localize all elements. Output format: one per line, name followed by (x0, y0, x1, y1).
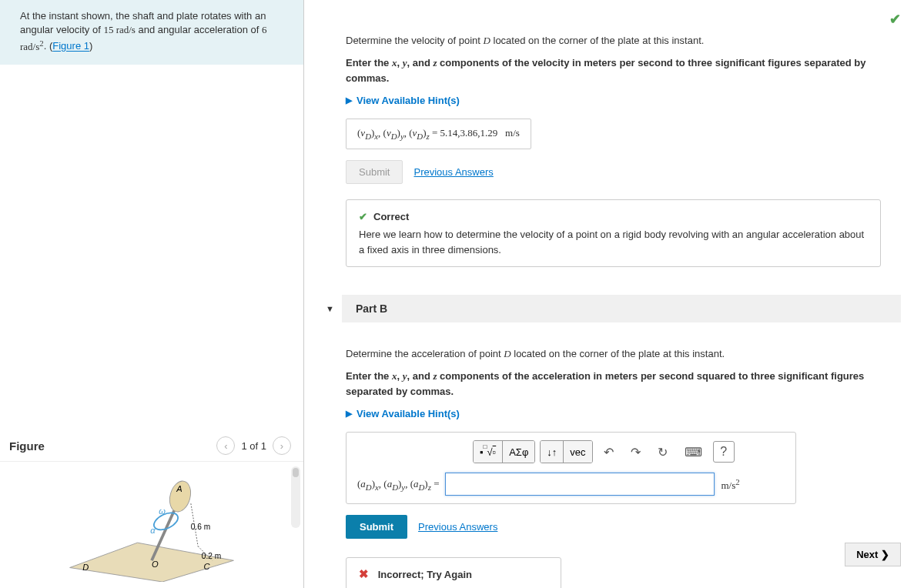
tool-subsup[interactable]: ↓↑ (541, 441, 564, 463)
part-a-complete-icon: ✔ (889, 11, 901, 28)
part-b-feedback: ✖ Incorrect; Try Again (346, 557, 561, 588)
figure-pager: 1 of 1 (241, 440, 266, 452)
figure-header: Figure ‹ 1 of 1 › (0, 430, 303, 461)
figure-link[interactable]: Figure 1 (52, 41, 89, 52)
svg-text:ω: ω (159, 506, 166, 516)
figure-image: A ω α 0.6 m 0.2 m D C O (0, 461, 303, 588)
equation-toolbar: ▪□√▫ ΑΣφ ↓↑ vec ↶ ↷ ↻ ⌨ ? (473, 440, 785, 463)
part-a-feedback: ✔Correct Here we learn how to determine … (346, 199, 881, 268)
part-b-previous-answers[interactable]: Previous Answers (418, 521, 497, 533)
svg-text:0.6 m: 0.6 m (191, 523, 210, 531)
part-b-instruction: Enter the x, y, and z components of the … (346, 369, 881, 399)
tool-vec[interactable]: vec (564, 441, 591, 463)
part-a-previous-answers[interactable]: Previous Answers (413, 166, 493, 178)
chevron-right-icon: ❯ (881, 549, 889, 560)
cross-icon: ✖ (359, 567, 369, 580)
svg-text:A: A (176, 484, 182, 493)
omega-value: 15 (103, 24, 116, 35)
figure-diagram: A ω α 0.6 m 0.2 m D C O (6, 468, 297, 582)
check-icon: ✔ (359, 211, 367, 222)
svg-text:α: α (150, 526, 156, 535)
part-a-feedback-text: Here we learn how to determine the veloc… (359, 227, 868, 257)
left-panel: At the instant shown, the shaft and plat… (0, 0, 304, 588)
svg-text:O: O (152, 560, 159, 570)
alpha-value: 6 (262, 24, 267, 35)
part-b-lhs: (aD)x, (aD)y, (aD)z = (357, 478, 439, 492)
caret-down-icon[interactable]: ▼ (326, 304, 334, 313)
part-b-question: Determine the acceleration of point D lo… (346, 347, 881, 361)
svg-text:0.2 m: 0.2 m (202, 552, 221, 560)
part-b-entry-area: ▪□√▫ ΑΣφ ↓↑ vec ↶ ↷ ↻ ⌨ ? (aD)x, (aD)y, … (346, 432, 796, 504)
part-b-hints-toggle[interactable]: ▶ View Available Hint(s) (346, 408, 881, 419)
part-b-submit-button[interactable]: Submit (346, 515, 407, 539)
part-a-answer-box: (vD)x, (vD)y, (vD)z = 5.14,3.86,1.29 m/s (346, 119, 531, 149)
right-panel: ✔ Determine the velocity of point D loca… (304, 0, 924, 588)
tool-greek[interactable]: ΑΣφ (503, 441, 534, 463)
figure-prev-button[interactable]: ‹ (216, 436, 235, 455)
figure-scrollbar[interactable] (291, 466, 300, 528)
caret-right-icon: ▶ (346, 95, 352, 105)
part-a-instruction: Enter the x, y, and z components of the … (346, 55, 881, 85)
caret-right-icon: ▶ (346, 409, 352, 419)
svg-text:D: D (82, 563, 89, 572)
help-icon[interactable]: ? (713, 441, 735, 463)
part-a-question: Determine the velocity of point D locate… (346, 34, 881, 48)
svg-point-2 (152, 509, 181, 533)
keyboard-icon[interactable]: ⌨ (678, 442, 708, 463)
reset-icon[interactable]: ↻ (651, 442, 674, 463)
part-a-submit-button: Submit (346, 160, 403, 184)
next-button[interactable]: Next ❯ (845, 543, 901, 566)
part-b-feedback-title: Incorrect; Try Again (378, 569, 472, 580)
figure-next-button[interactable]: › (273, 436, 291, 455)
svg-text:C: C (204, 562, 211, 571)
undo-icon[interactable]: ↶ (598, 442, 620, 463)
redo-icon[interactable]: ↷ (624, 442, 647, 463)
problem-statement: At the instant shown, the shaft and plat… (0, 0, 303, 65)
part-b-header[interactable]: Part B (342, 295, 901, 322)
part-b-unit: m/s2 (721, 477, 739, 492)
part-b-answer-input[interactable] (445, 473, 715, 496)
part-a-hints-toggle[interactable]: ▶ View Available Hint(s) (346, 95, 881, 106)
tool-templates[interactable]: ▪□√▫ (474, 441, 503, 463)
figure-title: Figure (9, 439, 213, 453)
